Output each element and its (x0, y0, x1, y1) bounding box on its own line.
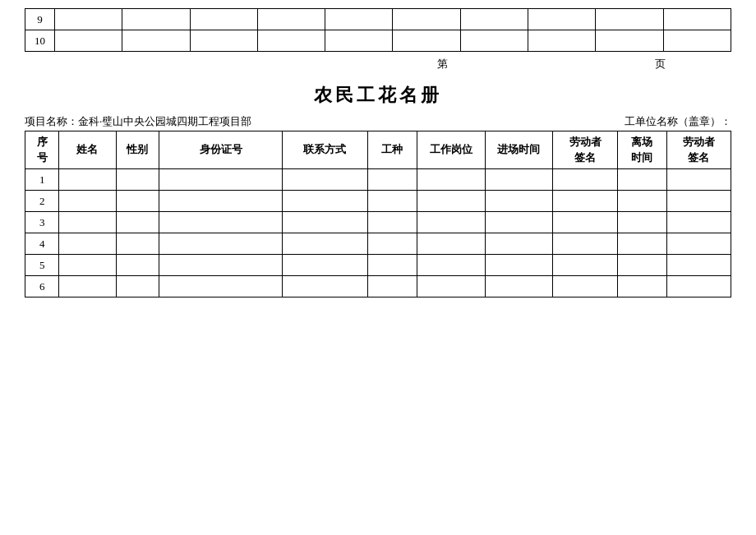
gender-cell (116, 233, 159, 255)
data-cell (596, 9, 663, 30)
data-cell (393, 9, 460, 30)
leave_time-cell (617, 191, 666, 212)
contact-cell (283, 255, 368, 276)
type-cell (367, 233, 417, 255)
data-cell (122, 9, 190, 30)
data-cell (55, 30, 122, 52)
entry_time-cell (485, 191, 553, 212)
entry_time-cell (485, 276, 553, 297)
header-entry-time: 进场时间 (485, 131, 553, 169)
seq-cell: 2 (25, 191, 59, 212)
sign2-cell (666, 255, 731, 276)
data-cell (528, 9, 596, 30)
page-indicator: 第 页 (25, 57, 682, 71)
type-cell (367, 191, 417, 212)
contact-cell (283, 191, 368, 212)
id-cell (159, 191, 283, 212)
seq-cell: 1 (25, 169, 59, 191)
project-info: 项目名称：金科·璧山中央公园城四期工程项目部 工单位名称（盖章）： (25, 114, 731, 129)
leave_time-cell (617, 233, 666, 255)
leave_time-cell (617, 276, 666, 297)
id-cell (159, 276, 283, 297)
data-cell (190, 30, 257, 52)
header-leave-time: 离场时间 (617, 131, 666, 169)
entry_time-cell (485, 169, 553, 191)
sign1-cell (553, 212, 617, 233)
header-sign1: 劳动者签名 (553, 131, 617, 169)
gender-cell (116, 169, 159, 191)
page-label: 第 (437, 58, 464, 70)
gender-cell (116, 276, 159, 297)
header-seq: 序号 (25, 131, 59, 169)
name-cell (59, 191, 116, 212)
data-cell (460, 30, 528, 52)
table-row: 9 (25, 9, 731, 30)
top-table: 910 (25, 8, 731, 52)
sign1-cell (553, 276, 617, 297)
main-title: 农民工花名册 (25, 83, 731, 108)
page-separator: 页 (655, 58, 682, 70)
contact-cell (283, 169, 368, 191)
id-cell (159, 233, 283, 255)
entry_time-cell (485, 255, 553, 276)
gender-cell (116, 255, 159, 276)
table-row: 4 (25, 233, 731, 255)
header-contact: 联系方式 (283, 131, 368, 169)
entry_time-cell (485, 212, 553, 233)
data-cell (325, 9, 393, 30)
data-cell (257, 30, 325, 52)
table-header-row: 序号 姓名 性别 身份证号 联系方式 工种 工作岗位 进场时间 劳动者签名 离场… (25, 131, 731, 169)
gender-cell (116, 191, 159, 212)
contact-cell (283, 212, 368, 233)
name-cell (59, 169, 116, 191)
sign1-cell (553, 255, 617, 276)
data-cell (528, 30, 596, 52)
table-row: 3 (25, 212, 731, 233)
main-table: 序号 姓名 性别 身份证号 联系方式 工种 工作岗位 进场时间 劳动者签名 离场… (25, 131, 731, 297)
entry_time-cell (485, 233, 553, 255)
sign2-cell (666, 233, 731, 255)
leave_time-cell (617, 212, 666, 233)
type-cell (367, 276, 417, 297)
data-cell (325, 30, 393, 52)
table-row: 1 (25, 169, 731, 191)
project-label: 项目名称：金科·璧山中央公园城四期工程项目部 (25, 114, 251, 129)
name-cell (59, 233, 116, 255)
name-cell (59, 212, 116, 233)
leave_time-cell (617, 255, 666, 276)
data-cell (393, 30, 460, 52)
seq-cell: 5 (25, 255, 59, 276)
data-cell (122, 30, 190, 52)
sign1-cell (553, 233, 617, 255)
header-id: 身份证号 (159, 131, 283, 169)
contact-cell (283, 276, 368, 297)
seq-cell: 9 (25, 9, 55, 30)
id-cell (159, 255, 283, 276)
sign2-cell (666, 191, 731, 212)
position-cell (417, 191, 485, 212)
top-table-section: 910 (25, 8, 731, 52)
name-cell (59, 255, 116, 276)
sign2-cell (666, 276, 731, 297)
gender-cell (116, 212, 159, 233)
type-cell (367, 255, 417, 276)
position-cell (417, 233, 485, 255)
header-position: 工作岗位 (417, 131, 485, 169)
header-type: 工种 (367, 131, 417, 169)
table-row: 5 (25, 255, 731, 276)
seq-cell: 10 (25, 30, 55, 52)
id-cell (159, 169, 283, 191)
leave_time-cell (617, 169, 666, 191)
sign2-cell (666, 169, 731, 191)
type-cell (367, 169, 417, 191)
data-cell (596, 30, 663, 52)
data-cell (663, 9, 731, 30)
table-row: 6 (25, 276, 731, 297)
data-cell (55, 9, 122, 30)
header-gender: 性别 (116, 131, 159, 169)
sign1-cell (553, 191, 617, 212)
seq-cell: 4 (25, 233, 59, 255)
position-cell (417, 212, 485, 233)
position-cell (417, 169, 485, 191)
seq-cell: 3 (25, 212, 59, 233)
